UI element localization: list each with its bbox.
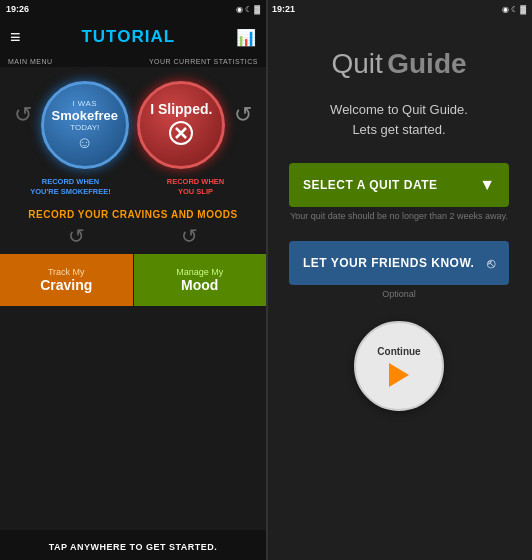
tap-anywhere-text: TAP ANYWHERE TO GET STARTED. <box>49 542 218 552</box>
arrow-right-icon: ↺ <box>234 102 252 128</box>
left-panel: 19:26 ◉ ☾ ▓ ≡ TUTORIAL 📊 MAIN MENU YOUR … <box>0 0 266 560</box>
quit-guide-logo: Quit Guide <box>331 48 466 80</box>
welcome-line2: Lets get started. <box>352 122 445 137</box>
right-panel: 19:21 ◉ ☾ ▓ Quit Guide Welcome to Quit G… <box>266 0 532 560</box>
panel-divider <box>266 0 268 560</box>
manage-mood-button[interactable]: Manage My Mood <box>134 254 267 306</box>
welcome-line1: Welcome to Quit Guide. <box>330 102 468 117</box>
signal-icon: ◉ ☾ ▓ <box>236 5 260 14</box>
statistics-icon[interactable]: 📊 <box>236 28 256 47</box>
x-icon <box>169 121 193 150</box>
menu-button[interactable]: ≡ <box>10 27 21 48</box>
friends-label: LET YOUR FRIENDS KNOW. <box>303 256 474 270</box>
chevron-down-icon: ▼ <box>479 176 495 194</box>
smokefree-text: Smokefree <box>52 108 118 123</box>
time-right: 19:21 <box>272 4 295 14</box>
record-slip-label: RECORD WHENYOU SLIP <box>151 177 241 197</box>
status-bar-left: 19:26 ◉ ☾ ▓ <box>0 0 266 18</box>
track-craving-top: Track My <box>48 267 85 277</box>
cravings-moods-label: RECORD YOUR CRAVINGS AND MOODS <box>28 209 237 220</box>
quit-text: Quit <box>331 48 382 79</box>
tap-anywhere-bar[interactable]: TAP ANYWHERE TO GET STARTED. <box>0 530 266 560</box>
continue-button[interactable]: Continue <box>354 321 444 411</box>
guide-text: Guide <box>387 48 466 79</box>
date-hint-text: Your quit date should be no longer than … <box>290 211 508 221</box>
bottom-buttons: Track My Craving Manage My Mood <box>0 254 266 306</box>
welcome-text: Welcome to Quit Guide. Lets get started. <box>310 100 488 139</box>
craving-arrow-left: ↺ <box>68 224 85 248</box>
cravings-arrows: ↺ ↺ <box>0 224 266 248</box>
status-icons-right: ◉ ☾ ▓ <box>502 5 526 14</box>
slipped-button[interactable]: I Slipped. <box>137 81 225 169</box>
smiley-icon: ☺ <box>77 134 93 152</box>
status-bar-right: 19:21 ◉ ☾ ▓ <box>266 0 532 18</box>
craving-arrow-right: ↺ <box>181 224 198 248</box>
header-left: ≡ TUTORIAL 📊 <box>0 18 266 56</box>
slipped-text: I Slipped. <box>150 101 212 117</box>
smokefree-button[interactable]: I WAS Smokefree TODAY! ☺ <box>41 81 129 169</box>
manage-mood-main: Mood <box>181 277 218 293</box>
today-text: TODAY! <box>70 123 99 132</box>
track-craving-main: Craving <box>40 277 92 293</box>
manage-mood-top: Manage My <box>176 267 223 277</box>
record-labels: RECORD WHENYOU'RE SMOKEFREE! RECORD WHEN… <box>0 173 266 201</box>
arrow-left-icon: ↺ <box>14 102 32 128</box>
page-title: TUTORIAL <box>81 27 175 47</box>
i-was-text: I WAS <box>72 99 97 108</box>
select-quit-date-button[interactable]: SELECT A QUIT DATE ▼ <box>289 163 509 207</box>
let-friends-know-button[interactable]: LET YOUR FRIENDS KNOW. ⎋ <box>289 241 509 285</box>
record-smokefree-label: RECORD WHENYOU'RE SMOKEFREE! <box>26 177 116 197</box>
optional-text: Optional <box>382 289 416 299</box>
statistics-label: YOUR CURRENT STATISTICS <box>149 58 258 65</box>
time-left: 19:26 <box>6 4 29 14</box>
share-icon: ⎋ <box>487 255 495 271</box>
header-sublabels: MAIN MENU YOUR CURRENT STATISTICS <box>0 56 266 67</box>
play-icon <box>389 363 409 387</box>
continue-label: Continue <box>377 346 420 357</box>
signal-right-icon: ◉ ☾ ▓ <box>502 5 526 14</box>
status-icons-left: ◉ ☾ ▓ <box>236 5 260 14</box>
track-craving-button[interactable]: Track My Craving <box>0 254 134 306</box>
main-menu-label: MAIN MENU <box>8 58 53 65</box>
circles-area: ↺ I WAS Smokefree TODAY! ☺ I Slipped. ↺ <box>0 67 266 173</box>
select-date-label: SELECT A QUIT DATE <box>303 178 438 192</box>
